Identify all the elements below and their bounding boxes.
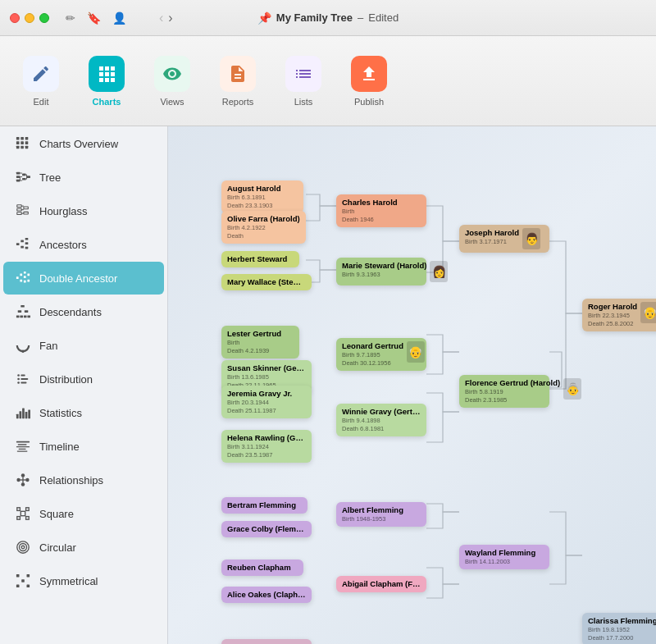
timeline-icon: [15, 438, 31, 454]
descendants-icon: [15, 304, 31, 320]
relationships-icon: [15, 472, 31, 488]
toolbar-charts[interactable]: Charts: [82, 56, 131, 107]
node-clarissa[interactable]: Clarissa Flemming (Harold) Birth 19.8.19…: [582, 613, 656, 644]
minimize-button[interactable]: [25, 13, 34, 23]
traffic-lights: [10, 13, 49, 23]
node-charles[interactable]: Charles Harold BirthDeath 1946: [336, 194, 426, 227]
svg-rect-44: [25, 247, 29, 249]
node-joseph[interactable]: Joseph Harold Birth 3.17.1971 👨: [459, 225, 549, 253]
node-marie[interactable]: Marie Steward (Harold) Birth 9.3.1963 👩: [336, 258, 426, 285]
edit-label: Edit: [34, 97, 49, 107]
sidebar-label-descendants: Descendants: [39, 306, 102, 318]
sidebar-item-timeline[interactable]: Timeline: [3, 430, 164, 463]
sidebar-item-hourglass[interactable]: Hourglass: [3, 194, 164, 227]
node-bertram[interactable]: Bertram Flemming: [221, 497, 308, 514]
svg-rect-42: [25, 238, 29, 240]
toolbar-publish[interactable]: Publish: [344, 56, 394, 107]
sidebar-item-distribution[interactable]: Distribution: [3, 363, 164, 395]
canvas[interactable]: August Harold Birth 6.3.1891Death 23.3.1…: [168, 126, 656, 644]
sidebar-item-square[interactable]: Square: [3, 497, 164, 530]
svg-rect-54: [18, 310, 22, 313]
node-olive[interactable]: Olive Farra (Harold) Birth 4.2.1922Death: [221, 211, 306, 244]
svg-rect-45: [16, 276, 19, 279]
svg-rect-52: [27, 280, 30, 282]
toolbar-edit[interactable]: Edit: [16, 56, 66, 107]
node-lester[interactable]: Lester Gertrud BirthDeath 4.2.1939: [221, 326, 299, 359]
main-content: Charts Overview Tree Hourglass Ancestors: [0, 126, 656, 644]
node-winnie[interactable]: Winnie Gravy (Gertrud) Birth 9.4.1898Dea…: [336, 404, 426, 436]
node-grace[interactable]: Grace Colby (Flemming): [221, 521, 312, 537]
node-abigail[interactable]: Abigail Clapham (Flemming): [336, 576, 426, 592]
title-bar: ✏ 🔖 👤 ‹ › 📌 My Family Tree – Edited: [0, 0, 656, 36]
toolbar-reports[interactable]: Reports: [213, 56, 262, 107]
node-mary[interactable]: Mary Wallace (Steward): [221, 274, 312, 290]
tree-icon: [15, 169, 31, 185]
sidebar-label-statistics: Statistics: [39, 407, 82, 419]
hourglass-icon: [15, 203, 31, 219]
toolbar-lists[interactable]: Lists: [279, 56, 328, 107]
svg-rect-55: [25, 310, 29, 313]
pin-icon: 📌: [257, 11, 271, 25]
sidebar-item-statistics[interactable]: Statistics: [3, 396, 164, 429]
sidebar-item-symmetrical[interactable]: Symmetrical: [3, 564, 164, 597]
sidebar-label-square: Square: [39, 508, 74, 520]
sidebar-item-charts-overview[interactable]: Charts Overview: [3, 127, 164, 160]
close-button[interactable]: [10, 13, 20, 23]
forward-arrow[interactable]: ›: [168, 11, 172, 25]
title-dash: –: [358, 11, 363, 24]
node-alice[interactable]: Alice Oakes (Clapham): [221, 587, 312, 603]
svg-rect-22: [22, 178, 26, 180]
back-arrow[interactable]: ‹: [159, 11, 163, 25]
svg-point-60: [21, 349, 25, 353]
sidebar-item-double-ancestor[interactable]: Double Ancestor: [3, 262, 164, 295]
svg-rect-20: [16, 180, 20, 182]
sidebar-item-tree[interactable]: Tree: [3, 161, 164, 194]
node-florence[interactable]: Florence Gertrud (Harold) Birth 5.8.1919…: [459, 375, 549, 408]
sidebar-item-ancestors[interactable]: Ancestors: [3, 228, 164, 261]
svg-rect-76: [17, 450, 28, 451]
svg-rect-48: [24, 272, 26, 274]
maximize-button[interactable]: [39, 13, 49, 23]
svg-rect-71: [28, 409, 30, 418]
sidebar-item-fan[interactable]: Fan: [3, 329, 164, 362]
node-henry[interactable]: Henry Brunningston: [221, 639, 312, 644]
sidebar-item-descendants[interactable]: Descendants: [3, 295, 164, 328]
svg-rect-69: [22, 409, 25, 419]
svg-rect-86: [17, 517, 20, 520]
bookmark-icon[interactable]: 🔖: [87, 11, 101, 25]
node-jeremia[interactable]: Jeremia Gravy Jr. Birth 20.3.1944Death 2…: [221, 386, 312, 418]
toolbar-views[interactable]: Views: [148, 56, 197, 107]
node-wayland[interactable]: Wayland Flemming Birth 14.11.2003: [459, 545, 549, 569]
svg-rect-66: [20, 382, 26, 384]
sidebar-label-charts-overview: Charts Overview: [39, 138, 118, 150]
svg-rect-72: [16, 441, 30, 443]
sidebar-label-circular: Circular: [39, 541, 76, 554]
svg-rect-67: [16, 414, 19, 418]
views-label: Views: [160, 97, 184, 107]
publish-icon: [351, 56, 387, 92]
window-title: 📌 My Family Tree – Edited: [257, 11, 399, 25]
node-reuben[interactable]: Reuben Clapham: [221, 560, 303, 576]
distribution-icon: [15, 371, 31, 387]
sidebar-label-ancestors: Ancestors: [39, 239, 87, 251]
svg-rect-31: [17, 205, 21, 208]
pen-icon[interactable]: ✏: [66, 11, 75, 25]
node-leonard[interactable]: Leonard Gertrud Birth 9.7.1895Death 30.1…: [336, 338, 426, 371]
svg-rect-50: [24, 281, 26, 283]
sidebar-item-circular[interactable]: Circular: [3, 531, 164, 564]
sidebar-label-relationships: Relationships: [39, 474, 103, 486]
svg-rect-3: [99, 72, 103, 76]
face-icon[interactable]: 👤: [112, 11, 126, 25]
svg-rect-17: [25, 146, 29, 149]
svg-rect-11: [25, 137, 29, 140]
svg-rect-49: [24, 276, 26, 278]
node-august[interactable]: August Harold Birth 6.3.1891Death 23.3.1…: [221, 180, 303, 213]
svg-rect-95: [21, 579, 25, 582]
sidebar-label-tree: Tree: [39, 171, 61, 184]
node-albert[interactable]: Albert Flemming Birth 1948-1953: [336, 502, 426, 527]
sidebar-item-relationships[interactable]: Relationships: [3, 464, 164, 496]
node-herbert[interactable]: Herbert Steward: [221, 251, 299, 267]
node-roger[interactable]: Roger Harold Birth 22.3.1945Death 25.8.2…: [582, 299, 656, 331]
sidebar: Charts Overview Tree Hourglass Ancestors: [0, 126, 168, 644]
node-helena[interactable]: Helena Rawling (Gravy) Birth 3.11.1924De…: [221, 430, 312, 463]
